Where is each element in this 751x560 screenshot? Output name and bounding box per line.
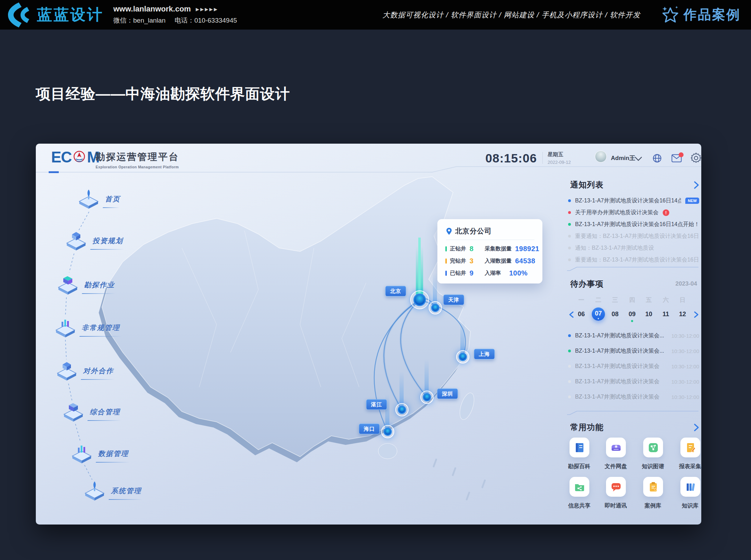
portfolio-link[interactable]: 作品案例: [661, 5, 741, 25]
brand-name: 蓝蓝设计: [37, 5, 104, 25]
city-label-haikou[interactable]: 海口: [359, 424, 380, 434]
todo-text: BZ-13-1-A7井测试地质设计决策会...: [575, 347, 667, 355]
stat-label: 入湖率: [485, 270, 501, 277]
platform-bars-icon: [54, 317, 77, 338]
weekday-label: 二: [596, 296, 601, 304]
function-label: 文件网盘: [605, 463, 627, 470]
calendar-date[interactable]: 08: [608, 311, 622, 318]
city-label-beijing[interactable]: 北京: [385, 286, 406, 297]
city-label-shanghai[interactable]: 上海: [474, 349, 495, 360]
notification-dot: [568, 223, 571, 226]
todo-dot: [568, 350, 571, 352]
function-tile-netdisk[interactable]: [606, 438, 626, 457]
function-label: 报表采集: [679, 463, 701, 470]
function-tile-knowledge-base[interactable]: [680, 477, 700, 497]
stat-bar: [445, 271, 447, 276]
brand[interactable]: 蓝蓝设计: [6, 1, 104, 29]
report-icon: [685, 442, 696, 454]
platform-cube-icon: [55, 360, 78, 382]
function-label: 知识图谱: [642, 463, 664, 470]
map-marker-beijing[interactable]: [410, 290, 429, 309]
city-label-shenzhen[interactable]: 深圳: [437, 389, 458, 399]
function-tile-encyclopedia[interactable]: [570, 438, 589, 457]
sidebar-item-label: 系统管理: [111, 486, 142, 496]
lanlan-logo-icon: [6, 1, 33, 29]
map-marker-haikou[interactable]: [381, 425, 394, 438]
warning-badge: !: [663, 209, 669, 216]
sidebar-item-label: 勘探作业: [84, 280, 115, 290]
sidebar-item-unconventional[interactable]: 非常规管理: [54, 317, 120, 338]
sidebar-item-label: 投资规划: [92, 236, 123, 246]
platform-rocket-icon: [77, 188, 100, 210]
calendar-date[interactable]: 09: [625, 311, 639, 318]
todo-item[interactable]: BZ-13-1-A7井测试地质设计决策会... 10:30-12:00: [568, 331, 699, 340]
function-label: 案例库: [645, 502, 661, 510]
calendar-date[interactable]: 11: [659, 311, 672, 318]
sidebar-item-exploration[interactable]: 勘探作业: [56, 274, 115, 296]
calendar-prev-icon[interactable]: [569, 311, 574, 318]
sidebar-item-label: 对外合作: [83, 366, 114, 376]
weekday-label: 一: [579, 296, 584, 304]
services-nav[interactable]: 大数据可视化设计 / 软件界面设计 / 网站建设 / 手机及小程序设计 / 软件…: [382, 10, 640, 20]
todo-time: 10:30-12:00: [671, 348, 699, 354]
notification-item[interactable]: 通知：BZ-13-1-A7井测试地质设: [568, 244, 699, 252]
todo-dot: [568, 365, 571, 368]
stat-value: 8: [470, 245, 474, 253]
todo-dot: [568, 395, 571, 398]
case-icon: [647, 481, 659, 493]
notification-item[interactable]: 重要通知：BZ-13-1-A7井测试地质设计决策会16日14...: [568, 256, 699, 264]
calendar-date[interactable]: 10: [642, 311, 655, 318]
notification-item[interactable]: BZ-13-1-A7井测试地质设计决策会16日14点开始！: [568, 220, 699, 229]
city-label-tianjin[interactable]: 天津: [443, 295, 464, 305]
calendar-date[interactable]: 06: [575, 311, 588, 318]
map-marker-zhanjiang[interactable]: [395, 403, 409, 416]
map-marker-tianjin[interactable]: [429, 301, 442, 314]
todo-item[interactable]: BZ-13-1-A7井测试地质设计决策会 10:30-12:00: [568, 393, 699, 401]
sidebar-item-system[interactable]: 系统管理: [83, 480, 142, 502]
function-tile-instant-messaging[interactable]: [606, 477, 626, 497]
sidebar-item-data[interactable]: 数据管理: [70, 443, 129, 464]
calendar-date[interactable]: 12: [676, 311, 689, 318]
right-panel: 通知列表 BZ-13-1-A7井测试地质设计决策会16日14点开始 NEW 关于…: [557, 144, 701, 525]
sidebar-item-home[interactable]: 首页: [77, 188, 120, 210]
dashboard: EC M 勘探运营管理平台 Exploration Operation Mana…: [36, 144, 701, 525]
star-icon: [661, 5, 679, 25]
todo-time: 10:30-12:00: [671, 363, 699, 369]
notification-text: 关于用举办井测试地质设计决策会: [575, 209, 659, 216]
function-tile-case-library[interactable]: [643, 477, 663, 497]
chevron-right-icon[interactable]: [694, 181, 699, 189]
map-marker-shenzhen[interactable]: [420, 391, 434, 404]
branch-title: 北京分公司: [455, 226, 492, 236]
notification-item[interactable]: 关于用举办井测试地质设计决策会 !: [568, 208, 699, 217]
weekday-label: 五: [646, 296, 652, 304]
function-tile-info-sharing[interactable]: [570, 477, 589, 497]
chevron-right-icon[interactable]: [694, 424, 699, 431]
website-link[interactable]: www.lanlanwork.com: [113, 5, 191, 14]
calendar-next-icon[interactable]: [694, 311, 699, 318]
platform-folder-icon: [56, 274, 79, 296]
section-divider: [566, 410, 701, 416]
notification-item[interactable]: BZ-13-1-A7井测试地质设计决策会16日14点开始 NEW: [568, 197, 699, 205]
sidebar-item-cooperation[interactable]: 对外合作: [55, 360, 114, 382]
notification-item[interactable]: 重要通知：BZ-13-1-A7井测试地质设计决策会16日14...: [568, 232, 699, 240]
sidebar-item-investment[interactable]: 投资规划: [65, 230, 123, 251]
todo-item[interactable]: BZ-13-1-A7井测试地质设计决策会 10:30-12:00: [568, 362, 699, 370]
stat-label: 入湖数据量: [485, 257, 512, 265]
function-tile-knowledge-graph[interactable]: [643, 438, 663, 457]
todo-item[interactable]: BZ-13-1-A7井测试地质设计决策会 10:30-12:00: [568, 377, 699, 386]
todo-item[interactable]: BZ-13-1-A7井测试地质设计决策会... 10:30-12:00: [568, 347, 699, 355]
calendar-date-selected[interactable]: 07: [592, 307, 605, 321]
calendar-month: 2023-04: [676, 280, 697, 287]
site-topbar: 蓝蓝设计 www.lanlanwork.com ▶▶▶▶▶ 微信：ben_lan…: [0, 0, 751, 30]
function-tile-report-collection[interactable]: [680, 438, 700, 457]
map-marker-shanghai[interactable]: [456, 350, 469, 363]
sidebar-item-general[interactable]: 综合管理: [62, 401, 120, 423]
city-label-zhanjiang[interactable]: 湛江: [366, 399, 387, 410]
section-divider: [566, 266, 701, 272]
notification-text: 通知：BZ-13-1-A7井测试地质设: [575, 245, 654, 252]
book-icon: [574, 442, 586, 454]
sidebar-item-label: 综合管理: [90, 407, 120, 417]
stat-bar: [445, 246, 447, 251]
platform-cube-icon: [65, 230, 88, 251]
stat-value: 64538: [515, 257, 535, 265]
